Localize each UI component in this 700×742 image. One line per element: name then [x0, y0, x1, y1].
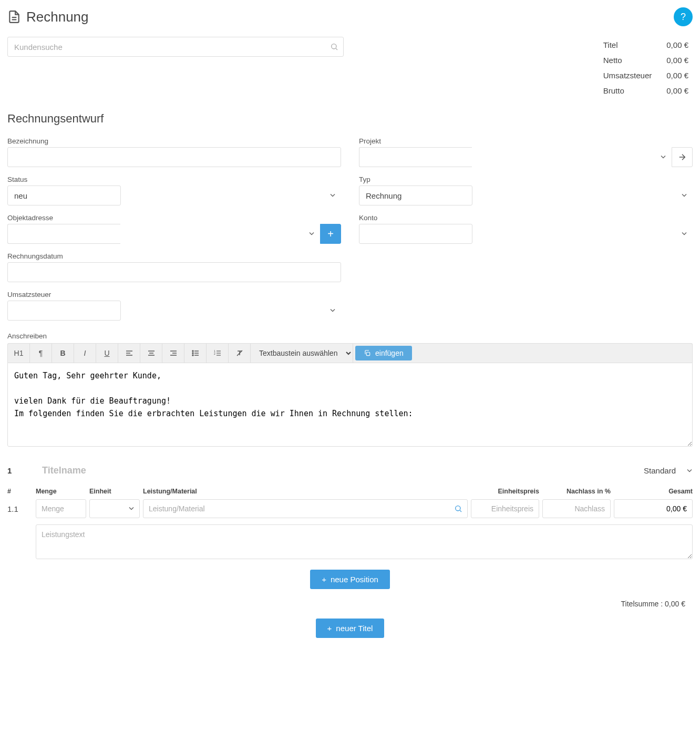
chevron-down-icon [330, 191, 336, 200]
line-item-row: 1.1 [7, 499, 693, 559]
plus-icon: + [322, 575, 326, 584]
menge-input[interactable] [36, 499, 86, 518]
rechnungsdatum-input[interactable] [7, 262, 341, 282]
svg-line-28 [460, 510, 461, 512]
svg-point-27 [456, 506, 460, 511]
projekt-label: Projekt [359, 137, 693, 145]
customer-search-input[interactable] [7, 37, 344, 57]
plus-icon: + [327, 624, 332, 633]
konto-select[interactable] [359, 224, 472, 244]
umsatzsteuer-label: Umsatzsteuer [7, 291, 341, 298]
totals-table: Titel0,00 € Netto0,00 € Umsatzsteuer0,00… [599, 37, 693, 99]
umsatzsteuer-select[interactable] [7, 301, 121, 321]
clear-format-button[interactable] [229, 344, 251, 363]
svg-line-3 [336, 48, 337, 50]
bezeichnung-label: Bezeichnung [7, 137, 341, 145]
bold-button[interactable]: B [52, 344, 74, 363]
position-number: 1.1 [7, 504, 33, 513]
bullet-list-button[interactable] [184, 344, 207, 363]
leistungstext-textarea[interactable] [36, 524, 693, 559]
title-name-input[interactable] [42, 463, 410, 478]
einheitspreis-input[interactable] [471, 499, 539, 518]
align-center-button[interactable] [140, 344, 162, 363]
help-button[interactable]: ? [674, 7, 693, 26]
h1-button[interactable]: H1 [8, 344, 30, 363]
objektadresse-label: Objektadresse [7, 214, 341, 222]
insert-textblock-button[interactable]: einfügen [355, 346, 412, 360]
bullet-list-icon [191, 349, 200, 357]
align-right-button[interactable] [162, 344, 184, 363]
titelsumme: Titelsumme : 0,00 € [15, 600, 685, 608]
konto-label: Konto [359, 214, 693, 222]
title-type-select[interactable]: Standard [642, 464, 693, 477]
chevron-down-icon [660, 153, 666, 162]
typ-select[interactable] [359, 186, 472, 205]
anschreiben-editor[interactable] [7, 363, 693, 447]
rechnungsdatum-label: Rechnungsdatum [7, 252, 341, 260]
projekt-select[interactable] [359, 147, 472, 167]
projekt-open-button[interactable] [672, 147, 693, 167]
status-select[interactable] [7, 186, 121, 205]
underline-button[interactable]: U [96, 344, 118, 363]
paragraph-button[interactable]: ¶ [30, 344, 52, 363]
align-right-icon [169, 349, 178, 357]
bold-icon: B [60, 349, 65, 357]
svg-point-15 [192, 353, 193, 354]
plus-icon: + [327, 228, 334, 240]
line-item-headers: # Menge Einheit Leistung/Material Einhei… [7, 486, 693, 499]
clear-format-icon [235, 349, 244, 357]
document-icon [7, 10, 21, 24]
bezeichnung-input[interactable] [7, 147, 341, 167]
chevron-down-icon [330, 306, 336, 315]
copy-icon [364, 349, 371, 357]
align-center-icon [147, 349, 156, 357]
new-title-button[interactable]: + neuer Titel [316, 619, 385, 638]
new-position-button[interactable]: + neue Position [310, 570, 390, 589]
underline-icon: U [104, 349, 109, 357]
align-left-button[interactable] [118, 344, 140, 363]
einheit-select[interactable] [89, 499, 140, 518]
search-icon [330, 43, 338, 51]
draft-heading: Rechnungsentwurf [7, 112, 693, 126]
arrow-right-icon [677, 152, 687, 162]
svg-point-16 [192, 355, 193, 356]
align-left-icon [125, 349, 133, 357]
chevron-down-icon [308, 230, 315, 239]
nachlass-input[interactable] [542, 499, 611, 518]
objektadresse-select[interactable] [7, 224, 120, 244]
svg-rect-26 [366, 352, 369, 355]
svg-point-2 [332, 44, 336, 49]
pilcrow-icon: ¶ [39, 349, 43, 357]
numbered-list-button[interactable]: 12 [207, 344, 229, 363]
title-number: 1 [7, 466, 33, 475]
anschreiben-label: Anschreiben [7, 332, 693, 340]
numbered-list-icon: 12 [213, 349, 222, 357]
textblock-select[interactable]: Textbaustein auswählen [251, 344, 353, 363]
add-address-button[interactable]: + [320, 224, 341, 244]
svg-point-14 [192, 351, 193, 352]
search-icon [454, 504, 462, 513]
leistung-input[interactable] [143, 499, 468, 518]
chevron-down-icon [681, 230, 687, 239]
gesamt-output [614, 499, 693, 518]
italic-icon: I [84, 349, 86, 357]
italic-button[interactable]: I [74, 344, 96, 363]
editor-toolbar: H1 ¶ B I U 12 Textbaustein auswählen ein… [7, 343, 693, 363]
status-label: Status [7, 176, 341, 183]
typ-label: Typ [359, 176, 693, 183]
svg-text:2: 2 [214, 352, 215, 355]
page-title: Rechnung [26, 9, 89, 25]
chevron-down-icon [681, 191, 687, 200]
